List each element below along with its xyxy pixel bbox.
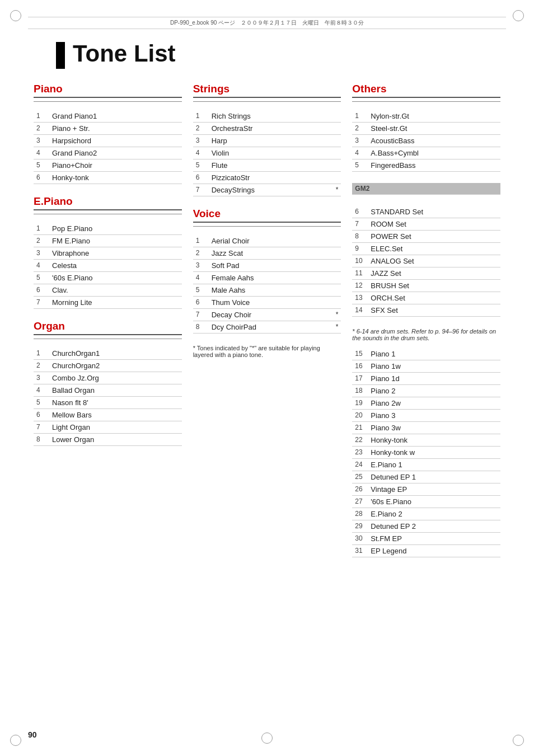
table-row: 9ELEC.Set (352, 242, 500, 255)
asterisk (332, 147, 341, 159)
item-num: 1 (34, 110, 49, 123)
item-num: 5 (352, 159, 368, 171)
table-row: 5Piano+Choir (34, 159, 182, 171)
item-num: 25 (352, 471, 368, 483)
table-row: 13ORCH.Set (352, 292, 500, 304)
item-num: 4 (193, 271, 209, 284)
item-num: 2 (352, 122, 368, 134)
item-name: Male Aahs (209, 284, 333, 296)
table-row: 7Decay Choir* (193, 308, 341, 321)
others-section-title: Others (352, 83, 500, 98)
item-name: Pop E.Piano (49, 223, 182, 235)
item-num: 30 (352, 532, 368, 544)
item-name: Soft Pad (209, 259, 333, 271)
item-num: 6 (193, 171, 209, 184)
table-row: 1Pop E.Piano (34, 223, 182, 235)
item-name: ELEC.Set (368, 242, 500, 255)
table-row: 20Piano 3 (352, 409, 500, 421)
item-name: FM E.Piano (49, 234, 182, 247)
item-num: 2 (34, 359, 49, 372)
item-name: Piano 1d (368, 372, 500, 384)
organ-section-title: Organ (34, 320, 182, 335)
piano-divider (34, 101, 182, 102)
item-num: 3 (193, 134, 209, 147)
item-name: Steel-str.Gt (368, 122, 500, 134)
table-row: 6Honky-tonk (34, 171, 182, 184)
table-row: 28E.Piano 2 (352, 508, 500, 520)
table-row: 8Lower Organ (34, 433, 182, 445)
table-row: 7Morning Lite (34, 296, 182, 308)
voice-divider (193, 226, 341, 227)
table-row: 19Piano 2w (352, 397, 500, 409)
voice-section-title: Voice (193, 208, 341, 223)
item-num: 3 (193, 259, 209, 271)
asterisk (332, 259, 341, 271)
item-name: '60s E.Piano (49, 271, 182, 284)
item-name: Jazz Scat (209, 247, 333, 259)
item-num: 8 (34, 433, 49, 445)
table-row: 24E.Piano 1 (352, 458, 500, 471)
item-num: 24 (352, 458, 368, 471)
item-name: '60s E.Piano (368, 495, 500, 508)
item-num: 4 (34, 384, 49, 396)
item-num: 2 (34, 122, 49, 134)
header-meta: DP-990_e.book 90 ページ ２００９年２月１７日 火曜日 午前８時… (28, 17, 506, 29)
item-num: 5 (193, 159, 209, 171)
item-name: Honky-tonk w (368, 446, 500, 458)
table-row: 5Male Aahs (193, 284, 341, 296)
item-name: St.FM EP (368, 532, 500, 544)
item-num: 3 (34, 134, 49, 147)
item-num: 27 (352, 495, 368, 508)
table-row: 10ANALOG Set (352, 255, 500, 267)
asterisk (332, 122, 341, 134)
strings-divider (193, 101, 341, 102)
item-name: Piano 1w (368, 360, 500, 372)
item-name: Nason flt 8' (49, 396, 182, 408)
table-row: 16Piano 1w (352, 360, 500, 372)
item-num: 6 (34, 284, 49, 296)
column-right: Others 1Nylon-str.Gt2Steel-str.Gt3Acoust… (346, 83, 506, 569)
item-num: 5 (34, 396, 49, 408)
table-row: 6Mellow Bars (34, 408, 182, 421)
table-row: 3AcousticBass (352, 134, 500, 147)
item-num: 7 (34, 296, 49, 308)
item-name: Vintage EP (368, 483, 500, 495)
item-num: 3 (34, 372, 49, 384)
item-num: 4 (193, 147, 209, 159)
item-num: 19 (352, 397, 368, 409)
item-num: 13 (352, 292, 368, 304)
item-name: Piano 1 (368, 348, 500, 360)
epiano-table: 1Pop E.Piano2FM E.Piano3Vibraphone4Celes… (34, 223, 182, 309)
item-name: ChurchOrgan2 (49, 359, 182, 372)
table-row: 5FingeredBass (352, 159, 500, 171)
table-row: 26Vintage EP (352, 483, 500, 495)
table-row: 2ChurchOrgan2 (34, 359, 182, 372)
table-row: 30St.FM EP (352, 532, 500, 544)
item-num: 4 (34, 147, 49, 159)
table-row: 4A.Bass+Cymbl (352, 147, 500, 159)
item-num: 20 (352, 409, 368, 421)
item-name: Lower Organ (49, 433, 182, 445)
asterisk: * (332, 308, 341, 321)
table-row: 1ChurchOrgan1 (34, 348, 182, 360)
item-num: 11 (352, 267, 368, 279)
item-name: Light Organ (49, 421, 182, 433)
item-name: STANDARD Set (368, 206, 500, 218)
table-row: 7Light Organ (34, 421, 182, 433)
item-name: PizzicatoStr (209, 171, 333, 184)
item-num: 16 (352, 360, 368, 372)
page: DP-990_e.book 90 ページ ２００９年２月１７日 火曜日 午前８時… (0, 0, 534, 756)
table-row: 29Detuned EP 2 (352, 520, 500, 532)
item-name: BRUSH Set (368, 279, 500, 292)
table-row: 4Female Aahs (193, 271, 341, 284)
drum-footnote: * 6-14 are drum sets. Refer to p. 94–96 … (352, 328, 500, 341)
asterisk (332, 235, 341, 247)
strings-table: 1Rich Strings2OrchestraStr3Harp4Violin5F… (193, 110, 341, 196)
table-row: 6Clav. (34, 284, 182, 296)
corner-mark-tr (513, 10, 524, 21)
gm2-label: GM2 (352, 183, 500, 195)
corner-mark-tl (10, 10, 21, 21)
item-name: Thum Voice (209, 296, 333, 308)
item-name: Combo Jz.Org (49, 372, 182, 384)
item-num: 8 (193, 321, 209, 333)
